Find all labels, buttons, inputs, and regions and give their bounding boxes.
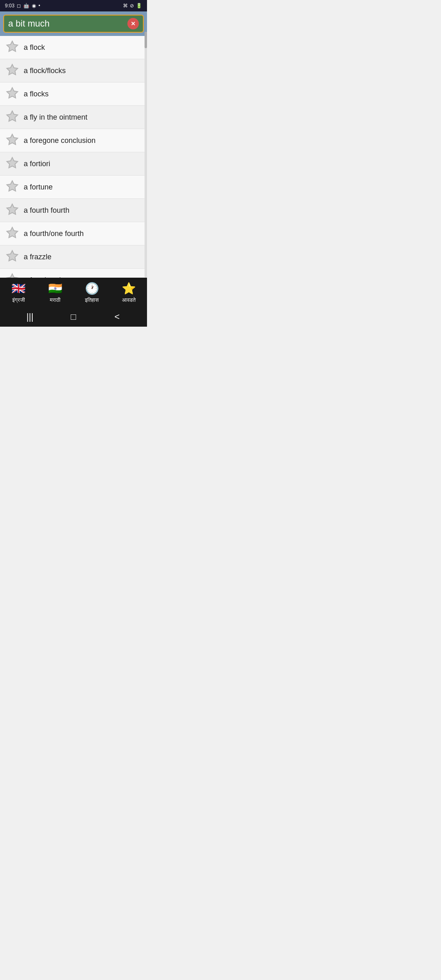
svg-marker-0 [7,41,18,51]
nav-bar: ||| □ < [0,307,147,327]
nav-back-button[interactable]: < [105,309,129,325]
search-bar[interactable] [3,15,144,33]
word-list: a flock a flock/flocks a flocks a fly in… [0,36,147,282]
item-text: a foregone conclusion [24,136,96,145]
tab-marathi-label: मराठी [50,297,60,303]
list-item[interactable]: a fourth fourth [0,199,147,222]
tab-favorites-label: आवडते [122,297,136,303]
list-item[interactable]: a fly in the ointment [0,106,147,129]
nav-back-icon: < [114,312,120,322]
star-button[interactable] [6,87,24,101]
nav-menu-button[interactable]: ||| [18,309,42,325]
status-time: 9:03 [5,3,14,9]
item-text: a fourth fourth [24,206,69,215]
search-bar-container [0,11,147,36]
list-item[interactable]: a fourth/one fourth [0,222,147,245]
uk-flag-icon: 🇬🇧 [11,282,26,295]
svg-marker-2 [7,88,18,98]
star-button[interactable] [6,156,24,171]
item-text: a fortiori [24,160,50,168]
star-button[interactable] [6,63,24,78]
scrollbar-track[interactable] [145,32,147,278]
star-button[interactable] [6,203,24,218]
item-text: a fourth/one fourth [24,229,84,238]
svg-marker-3 [7,111,18,121]
list-item[interactable]: a flocks [0,82,147,106]
svg-marker-8 [7,227,18,238]
list-item[interactable]: a flock/flocks [0,59,147,82]
list-item[interactable]: a fortiori [0,152,147,176]
dot-icon: • [38,3,40,9]
wifi-icon: ⌘ [123,3,128,9]
location-icon: ◉ [32,3,36,9]
tab-english[interactable]: 🇬🇧 इंग्रजी [0,278,37,307]
nav-home-button[interactable]: □ [61,309,86,325]
favorites-star-icon: ⭐ [122,282,136,295]
list-item[interactable]: a fortune [0,176,147,199]
item-text: a fortune [24,183,53,192]
history-clock-icon: 🕐 [85,282,99,295]
list-item[interactable]: a foregone conclusion [0,129,147,152]
star-button[interactable] [6,40,24,55]
item-text: a flock [24,43,45,52]
item-text: a flock/flocks [24,67,66,75]
tab-favorites[interactable]: ⭐ आवडते [110,278,147,307]
search-input[interactable] [8,18,125,29]
item-text: a fly in the ointment [24,113,87,122]
status-bar: 9:03 ◻ 🤖 ◉ • ⌘ ⊘ 🔋 [0,0,147,11]
svg-marker-5 [7,158,18,168]
scrollbar-thumb[interactable] [145,32,147,48]
tab-english-label: इंग्रजी [12,297,25,303]
tab-history-label: इतिहास [85,297,99,303]
tab-marathi[interactable]: 🇮🇳 मराठी [37,278,74,307]
nav-menu-icon: ||| [27,312,33,322]
android-icon: 🤖 [23,3,29,9]
star-button[interactable] [6,226,24,241]
blocked-icon: ⊘ [130,3,134,9]
list-item[interactable]: a frazzle [0,245,147,269]
star-button[interactable] [6,110,24,125]
star-button[interactable] [6,249,24,264]
list-item[interactable]: a flock [0,36,147,59]
india-flag-icon: 🇮🇳 [48,282,62,295]
svg-marker-9 [7,251,18,261]
item-text: a flocks [24,90,49,98]
svg-marker-1 [7,65,18,75]
status-right: ⌘ ⊘ 🔋 [123,3,142,9]
svg-marker-4 [7,134,18,145]
battery-icon: 🔋 [136,3,142,9]
item-text: a frazzle [24,253,51,261]
tab-history[interactable]: 🕐 इतिहास [74,278,110,307]
bottom-tabs: 🇬🇧 इंग्रजी 🇮🇳 मराठी 🕐 इतिहास ⭐ आवडते [0,278,147,307]
svg-marker-6 [7,181,18,191]
sim-icon: ◻ [17,3,21,9]
star-button[interactable] [6,133,24,148]
status-left: 9:03 ◻ 🤖 ◉ • [5,3,40,9]
svg-marker-7 [7,204,18,214]
search-clear-button[interactable] [127,18,139,29]
star-button[interactable] [6,180,24,194]
nav-home-icon: □ [71,312,76,322]
